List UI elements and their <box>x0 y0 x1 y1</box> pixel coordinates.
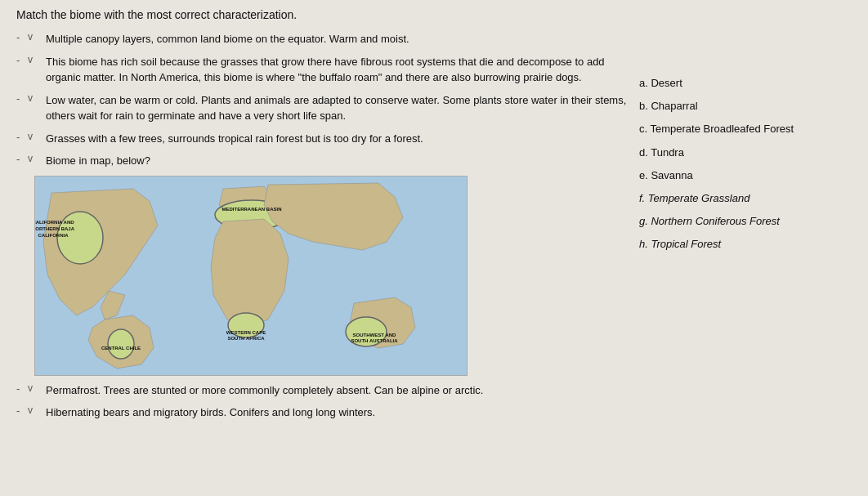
chevron-1[interactable]: v <box>28 31 39 42</box>
question-text-5: Biome in map, below? <box>46 153 631 169</box>
chevron-2[interactable]: v <box>28 54 39 65</box>
question-text-1: Multiple canopy layers, common land biom… <box>46 31 631 47</box>
dash-3: - <box>16 92 23 105</box>
question-row-7: - v Hibernating bears and migratory bird… <box>16 404 631 421</box>
chevron-5[interactable]: v <box>28 153 39 164</box>
svg-text:WESTERN CAPE: WESTERN CAPE <box>226 330 266 335</box>
answer-b: b. Chaparral <box>639 99 852 114</box>
question-row-3: - v Low water, can be warm or cold. Plan… <box>16 92 631 124</box>
answer-a: a. Desert <box>639 76 852 91</box>
dash-6: - <box>16 382 23 395</box>
svg-text:SOUTH AUSTRALIA: SOUTH AUSTRALIA <box>351 338 398 343</box>
question-row-4: - v Grasses with a few trees, surrounds … <box>16 131 631 147</box>
question-row-5: - v Biome in map, below? <box>16 153 631 169</box>
dash-2: - <box>16 54 23 66</box>
answer-e: e. Savanna <box>639 168 852 183</box>
chevron-4[interactable]: v <box>28 131 39 142</box>
svg-text:NORTHERN BAJA: NORTHERN BAJA <box>35 226 75 231</box>
answer-g: g. Northern Coniferous Forest <box>639 214 852 229</box>
map-container: CALIFORNIA AND NORTHERN BAJA CALIFORNIA … <box>34 176 468 376</box>
question-text-4: Grasses with a few trees, surrounds trop… <box>46 131 631 147</box>
question-row-1: - v Multiple canopy layers, common land … <box>16 31 631 47</box>
page-container: Match the biome with the most correct ch… <box>16 8 852 427</box>
question-row-2: - v This biome has rich soil because the… <box>16 54 631 86</box>
question-text-3: Low water, can be warm or cold. Plants a… <box>46 92 631 124</box>
dash-5: - <box>16 153 23 165</box>
svg-text:CENTRAL CHILE: CENTRAL CHILE <box>101 346 141 351</box>
svg-text:SOUTHWEST AND: SOUTHWEST AND <box>353 333 396 337</box>
questions-column: - v Multiple canopy layers, common land … <box>16 31 631 427</box>
question-row-6: - v Permafrost. Trees are stunted or mor… <box>16 382 631 399</box>
chevron-6[interactable]: v <box>28 382 39 394</box>
dash-4: - <box>16 131 23 143</box>
answer-f: f. Temperate Grassland <box>639 191 852 206</box>
main-layout: - v Multiple canopy layers, common land … <box>16 31 852 427</box>
answer-list: a. Desert b. Chaparral c. Temperate Broa… <box>639 76 852 252</box>
question-text-6: Permafrost. Trees are stunted or more co… <box>46 382 631 399</box>
world-map-svg: CALIFORNIA AND NORTHERN BAJA CALIFORNIA … <box>35 177 468 376</box>
svg-text:SOUTH AFRICA: SOUTH AFRICA <box>227 336 265 341</box>
page-title: Match the biome with the most correct ch… <box>16 8 852 21</box>
answer-h: h. Tropical Forest <box>639 237 852 252</box>
svg-point-5 <box>108 329 134 359</box>
chevron-7[interactable]: v <box>28 404 39 416</box>
answers-column: a. Desert b. Chaparral c. Temperate Broa… <box>639 31 852 427</box>
question-text-2: This biome has rich soil because the gra… <box>46 54 631 86</box>
svg-text:CALIFORNIA: CALIFORNIA <box>38 233 69 238</box>
dash-7: - <box>16 404 23 417</box>
svg-text:MEDITERRANEAN BASIN: MEDITERRANEAN BASIN <box>221 207 281 212</box>
question-text-7: Hibernating bears and migratory birds. C… <box>46 404 631 421</box>
answer-d: d. Tundra <box>639 145 852 160</box>
chevron-3[interactable]: v <box>28 92 39 104</box>
answer-c: c. Temperate Broadleafed Forest <box>639 122 852 136</box>
svg-text:CALIFORNIA AND: CALIFORNIA AND <box>35 220 74 225</box>
dash-1: - <box>16 31 23 43</box>
